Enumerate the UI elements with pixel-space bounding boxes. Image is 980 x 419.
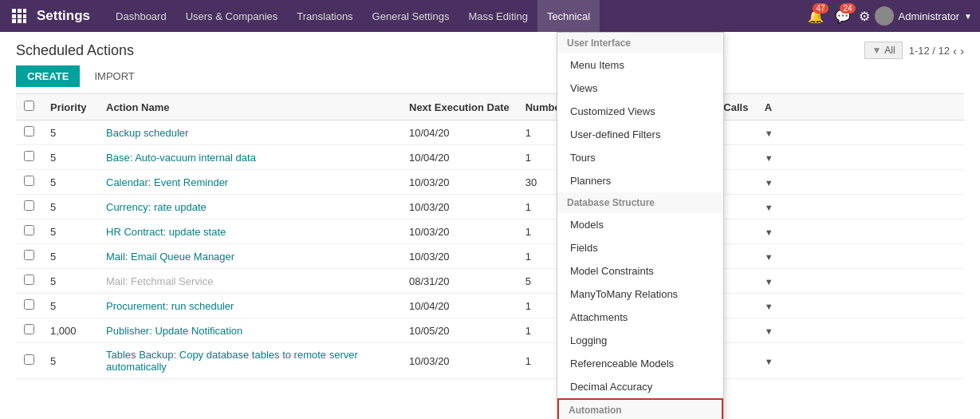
dropdown-item-logging[interactable]: Logging	[557, 329, 723, 352]
select-all-checkbox[interactable]	[24, 101, 34, 111]
row-next-exec: 10/05/20	[401, 318, 518, 343]
row-checkbox-8[interactable]	[24, 324, 34, 334]
action-name-link[interactable]: Backup scheduler	[106, 127, 188, 139]
dropdown-item-views[interactable]: Views	[557, 77, 723, 100]
row-next-exec: 10/04/20	[401, 121, 518, 145]
row-dropdown-button-1[interactable]: ▼	[765, 153, 773, 163]
admin-label[interactable]: Administrator	[899, 10, 960, 22]
action-name-header[interactable]: Action Name	[98, 94, 401, 121]
dropdown-section-automation: Automation	[559, 400, 722, 419]
import-button[interactable]: IMPORT	[86, 65, 142, 87]
row-dropdown-button-7[interactable]: ▼	[765, 302, 773, 311]
row-dropdown-button-8[interactable]: ▼	[765, 326, 773, 336]
row-checkbox-cell	[16, 195, 42, 219]
table-row: 5 Backup scheduler 10/04/20 1 Days -1 ▼	[16, 121, 964, 145]
toolbar: CREATE IMPORT	[16, 59, 964, 93]
dropdown-item-referenceable[interactable]: Referenceable Models	[557, 352, 723, 375]
row-priority: 5	[42, 170, 98, 195]
grid-icon[interactable]	[8, 5, 30, 27]
chat-badge[interactable]: 💬 24	[832, 5, 854, 27]
action-name-link[interactable]: Base: Auto-vacuum internal data	[106, 152, 256, 164]
menu-translations[interactable]: Translations	[287, 0, 362, 32]
row-next-exec: 10/03/20	[401, 219, 518, 244]
row-checkbox-cell	[16, 219, 42, 244]
next-exec-header[interactable]: Next Execution Date	[401, 94, 518, 121]
menu-users-companies[interactable]: Users & Companies	[176, 0, 288, 32]
row-priority: 5	[42, 219, 98, 244]
dropdown-item-manytomany[interactable]: ManyToMany Relations	[557, 283, 723, 306]
row-dropdown-button-4[interactable]: ▼	[765, 227, 773, 237]
menu-dashboard[interactable]: Dashboard	[106, 0, 176, 32]
pagination-prev[interactable]: ‹	[953, 44, 957, 57]
row-checkbox-2[interactable]	[24, 176, 34, 186]
row-checkbox-5[interactable]	[24, 250, 34, 260]
dropdown-item-model-constraints[interactable]: Model Constraints	[557, 259, 723, 283]
dropdown-item-user-filters[interactable]: User-defined Filters	[557, 123, 723, 146]
row-checkbox-6[interactable]	[24, 275, 34, 285]
svg-rect-1	[18, 9, 22, 13]
row-next-exec: 10/03/20	[401, 343, 518, 379]
row-next-exec: 10/03/20	[401, 244, 518, 269]
row-checkbox-0[interactable]	[24, 126, 34, 136]
row-checkbox-9[interactable]	[24, 354, 34, 365]
row-checkbox-3[interactable]	[24, 200, 34, 211]
action-name-link[interactable]: Mail: Email Queue Manager	[106, 251, 234, 263]
automation-section: Automation Scheduled Actions	[557, 398, 723, 419]
row-dropdown-button-5[interactable]: ▼	[765, 252, 773, 262]
svg-rect-4	[18, 14, 22, 18]
filter-button[interactable]: ▼ All	[864, 42, 902, 59]
action-name-link[interactable]: Publisher: Update Notification	[106, 325, 242, 337]
action-name-link[interactable]: Tables Backup: Copy database tables to r…	[106, 349, 358, 373]
row-dropdown-button-0[interactable]: ▼	[765, 128, 773, 138]
action-name-link[interactable]: Currency: rate update	[106, 201, 207, 213]
table-row: 5 Calendar: Event Reminder 10/03/20 30 M…	[16, 170, 964, 195]
row-dropdown-button-2[interactable]: ▼	[765, 178, 773, 188]
row-dropdown-button-9[interactable]: ▼	[765, 357, 773, 366]
row-checkbox-1[interactable]	[24, 151, 34, 161]
row-priority: 5	[42, 195, 98, 219]
dropdown-item-planners[interactable]: Planners	[557, 169, 723, 192]
create-button[interactable]: CREATE	[16, 65, 80, 87]
svg-rect-7	[18, 19, 22, 23]
menu-mass-editing[interactable]: Mass Editing	[459, 0, 537, 32]
notification-bell[interactable]: 🔔 47	[805, 5, 827, 27]
row-action-name: Publisher: Update Notification	[98, 318, 401, 343]
row-dropdown-button-3[interactable]: ▼	[765, 203, 773, 212]
row-checkbox-7[interactable]	[24, 299, 34, 310]
dropdown-item-tours[interactable]: Tours	[557, 146, 723, 169]
action-name-link[interactable]: Calendar: Event Reminder	[106, 176, 228, 188]
action-name-link[interactable]: Procurement: run scheduler	[106, 300, 234, 312]
row-action-btn: ▼	[757, 145, 964, 170]
gear-icon[interactable]: ⚙	[859, 9, 870, 24]
filter-icon: ▼	[872, 45, 881, 56]
dropdown-item-decimal[interactable]: Decimal Accuracy	[557, 375, 723, 398]
select-all-header	[16, 94, 42, 121]
page-header-right: ▼ All 1-12 / 12 ‹ ›	[864, 42, 964, 59]
dropdown-item-customized-views[interactable]: Customized Views	[557, 100, 723, 123]
pagination-next[interactable]: ›	[960, 44, 964, 57]
row-dropdown-button-6[interactable]: ▼	[765, 277, 773, 287]
action-name-link[interactable]: Mail: Fetchmail Service	[106, 275, 213, 287]
table-row: 5 Mail: Email Queue Manager 10/03/20 1 H…	[16, 244, 964, 269]
priority-header[interactable]: Priority	[42, 94, 98, 121]
menu-general-settings[interactable]: General Settings	[363, 0, 459, 32]
pagination-range: 1-12 / 12	[909, 45, 950, 57]
dropdown-section-user-interface: User Interface	[557, 33, 723, 53]
row-action-name: Currency: rate update	[98, 195, 401, 219]
table-row: 5 HR Contract: update state 10/03/20 1 D…	[16, 219, 964, 244]
row-action-name: Tables Backup: Copy database tables to r…	[98, 343, 401, 379]
table-row: 5 Procurement: run scheduler 10/04/20 1 …	[16, 294, 964, 318]
row-action-btn: ▼	[757, 219, 964, 244]
action-name-link[interactable]: HR Contract: update state	[106, 226, 226, 238]
row-checkbox-cell	[16, 318, 42, 343]
row-checkbox-4[interactable]	[24, 225, 34, 235]
dropdown-item-models[interactable]: Models	[557, 213, 723, 236]
row-action-name: Backup scheduler	[98, 121, 401, 145]
pagination: 1-12 / 12 ‹ ›	[909, 44, 964, 57]
menu-technical[interactable]: Technical	[537, 0, 600, 32]
dropdown-item-attachments[interactable]: Attachments	[557, 306, 723, 329]
dropdown-item-fields[interactable]: Fields	[557, 236, 723, 259]
dropdown-item-menu-items[interactable]: Menu Items	[557, 53, 723, 77]
table-row: 5 Mail: Fetchmail Service 08/31/20 5 Min…	[16, 269, 964, 294]
row-checkbox-cell	[16, 244, 42, 269]
